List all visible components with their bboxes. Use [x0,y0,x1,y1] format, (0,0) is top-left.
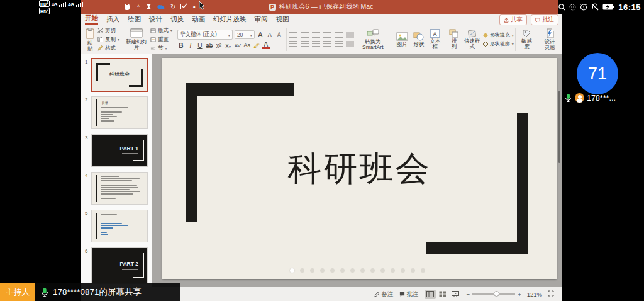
bold-button[interactable]: B [177,42,185,49]
notes-toggle[interactable]: 备注 [374,290,394,298]
zoom-slider-thumb[interactable] [494,291,499,297]
slideshow-button[interactable] [450,290,461,299]
share-button[interactable]: 共享 [499,14,527,25]
tab-animations[interactable]: 动画 [192,15,205,24]
thumbnail-6[interactable]: 6 PART 2 [92,248,148,283]
slide-sorter-button[interactable] [437,290,448,299]
app-notification-icon [123,3,131,10]
layout-button[interactable]: 版式▾ [150,27,172,35]
text-direction-icon[interactable] [346,32,354,38]
indent-decrease-icon[interactable] [312,32,320,38]
subtitle-line [122,269,138,270]
copy-button[interactable]: 复制▾ [97,36,119,43]
zoom-in-button[interactable]: + [518,291,521,298]
arrange-button[interactable]: 排列 [447,28,462,50]
columns-icon[interactable] [335,41,343,47]
screen-share-banner[interactable]: 178****0871的屏幕共享 [35,283,180,301]
textbox-button[interactable]: A 文本框 [427,28,443,50]
hourglass-icon [146,3,152,10]
font-color-button[interactable]: A [262,42,270,49]
clear-formatting-button[interactable]: A [275,31,283,38]
dnd-icon [569,4,576,11]
tab-draw[interactable]: 绘图 [128,15,141,24]
tab-home[interactable]: 开始 [85,14,98,25]
design-ideas-button[interactable]: 设计灵感 [540,25,560,54]
grow-font-button[interactable]: A [257,31,264,38]
quick-styles-button[interactable]: 快速样式 [462,28,483,50]
underline-button[interactable]: U [196,42,204,49]
comments-button[interactable]: 批注 [531,14,558,25]
slide-editing-area[interactable]: 科研班会 [152,54,562,287]
line-spacing-icon[interactable] [335,32,343,38]
strikethrough-button[interactable]: ab [206,42,213,49]
sensitivity-button[interactable]: 敏感度 [517,25,536,54]
thumbnail-2[interactable]: 2 -目录- [92,97,148,128]
ribbon-tabs: 开始 插入 绘图 设计 切换 动画 幻灯片放映 审阅 视图 共享 批注 [80,14,562,25]
fit-to-window-button[interactable] [548,290,554,298]
character-spacing-button[interactable]: AV [234,43,242,48]
zoom-level[interactable]: 121% [527,291,542,298]
slide-thumbnail-panel[interactable]: 1 科研班会 2 -目录- [80,54,152,287]
tab-insert[interactable]: 插入 [106,15,119,24]
current-slide[interactable]: 科研班会 [162,58,557,279]
progress-dot [380,268,385,273]
align-text-icon[interactable] [346,41,354,47]
numbering-icon[interactable] [301,32,309,38]
thumbnail-1[interactable]: 1 科研班会 [92,59,148,91]
thumbnail-1-preview[interactable]: 科研班会 [92,59,147,91]
section-button[interactable]: 节▾ [150,45,172,52]
subscript-button[interactable]: x₂ [225,42,232,49]
share-icon [504,18,509,23]
thumbnail-5[interactable]: 5 [92,210,148,242]
font-family-select[interactable]: 华文楷体 (正文)▾ [177,30,233,40]
align-center-icon[interactable] [301,41,309,47]
align-right-icon[interactable] [312,41,320,47]
network-type-2: 4G [68,3,74,7]
paste-button[interactable]: 粘贴 [82,27,97,52]
change-case-button[interactable]: Aa [243,42,251,48]
justify-icon[interactable] [323,41,331,47]
participant-row[interactable]: 178***... [564,93,616,103]
shape-fill-button[interactable]: 形状填充▾ [483,31,514,38]
zoom-out-button[interactable]: − [467,291,470,298]
comments-toggle[interactable]: 批注 [399,290,419,298]
progress-dot [391,268,395,273]
thumbnail-5-preview[interactable] [92,210,147,242]
tab-transitions[interactable]: 切换 [170,15,184,24]
shape-outline-button[interactable]: 形状轮廓▾ [483,40,514,47]
convert-smartart-button[interactable]: 转换为 SmartArt [355,25,391,54]
ribbon-body: 粘贴 剪切 复制▾ 格式 [80,25,562,54]
tab-design[interactable]: 设计 [149,15,162,24]
shapes-button[interactable]: 形状 [411,31,427,48]
arrange-group: 排列 快速样式 形状填充▾ [447,25,514,54]
layout-icon [150,28,156,33]
indent-increase-icon[interactable] [323,32,331,38]
thumbnail-4[interactable]: 4 [92,173,148,204]
thumbnail-3[interactable]: 3 PART 1 [92,135,148,166]
picture-button[interactable]: 图片 [394,31,411,48]
slide-title[interactable]: 科研班会 [162,146,557,192]
tab-review[interactable]: 审阅 [255,15,268,24]
tab-view[interactable]: 视图 [276,15,289,24]
zoom-slider[interactable] [472,293,515,295]
superscript-button[interactable]: x² [215,42,223,49]
align-left-icon[interactable] [289,41,297,47]
shrink-font-button[interactable]: A [266,31,274,38]
tab-slideshow[interactable]: 幻灯片放映 [213,15,247,24]
normal-view-button[interactable] [425,290,436,299]
thumbnail-2-preview[interactable]: -目录- [92,97,147,128]
thumbnail-4-preview[interactable] [92,173,147,204]
bullets-icon[interactable] [289,32,297,38]
format-painter-button[interactable]: 格式 [97,45,119,52]
highlight-color-button[interactable]: 🖉 [253,42,260,49]
new-slide-button[interactable]: 新建幻灯片 [123,28,150,51]
italic-button[interactable]: I [187,42,194,49]
font-size-select[interactable]: 20▾ [235,30,255,39]
participant-count-bubble[interactable]: 71 [577,53,618,94]
notification-icons: ＾ ↻ ● [123,1,196,11]
thumbnail-6-preview[interactable]: PART 2 [92,248,147,283]
thumbnail-3-preview[interactable]: PART 1 [92,135,147,166]
cut-button[interactable]: 剪切 [97,27,119,35]
vertical-scrollbar[interactable] [558,91,560,163]
reset-button[interactable]: 重置 [150,36,172,43]
